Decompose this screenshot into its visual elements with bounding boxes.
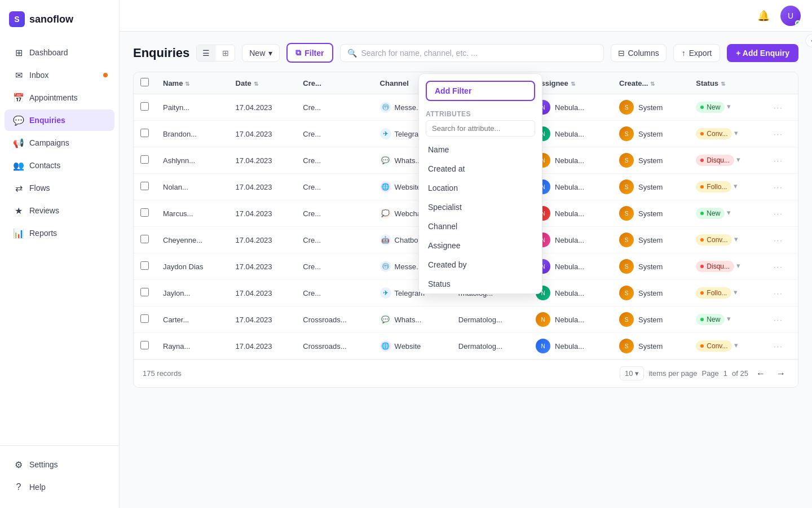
- status-dot: [700, 159, 704, 162]
- cell-name: Rayna...: [156, 333, 229, 360]
- cell-row-actions[interactable]: ···: [767, 94, 798, 121]
- row-checkbox-cell[interactable]: [134, 280, 156, 306]
- select-all-checkbox[interactable]: [140, 78, 149, 86]
- status-chevron-icon[interactable]: ▾: [734, 341, 738, 349]
- sidebar-item-flows[interactable]: ⇄ Flows: [5, 177, 114, 199]
- row-checkbox-cell[interactable]: [134, 306, 156, 333]
- new-dropdown[interactable]: New ▾: [242, 44, 280, 62]
- row-actions-button[interactable]: ···: [774, 342, 783, 351]
- row-checkbox-cell[interactable]: [134, 333, 156, 360]
- prev-page-button[interactable]: ←: [753, 367, 769, 380]
- export-button[interactable]: ↑ Export: [673, 44, 720, 62]
- cell-row-actions[interactable]: ···: [767, 121, 798, 147]
- row-checkbox[interactable]: [140, 235, 149, 243]
- status-badge: Follo...: [696, 181, 731, 192]
- row-checkbox-cell[interactable]: [134, 200, 156, 227]
- sidebar-item-reviews[interactable]: ★ Reviews: [5, 200, 114, 221]
- cell-date: 17.04.2023: [229, 253, 297, 280]
- attribute-item[interactable]: Assignee: [419, 236, 542, 255]
- status-chevron-icon[interactable]: ▾: [727, 102, 731, 111]
- status-chevron-icon[interactable]: ▾: [734, 288, 738, 296]
- row-checkbox[interactable]: [140, 182, 149, 190]
- sidebar-item-contacts[interactable]: 👥 Contacts: [5, 155, 114, 176]
- row-checkbox-cell[interactable]: [134, 94, 156, 121]
- col-date: Date⇅: [229, 72, 297, 94]
- status-badge: Disqu...: [696, 155, 734, 166]
- row-checkbox-cell[interactable]: [134, 227, 156, 253]
- row-actions-button[interactable]: ···: [774, 236, 783, 244]
- cell-row-actions[interactable]: ···: [767, 174, 798, 200]
- cell-row-actions[interactable]: ···: [767, 280, 798, 306]
- row-checkbox[interactable]: [140, 341, 149, 349]
- created-by-avatar: S: [619, 100, 634, 115]
- filter-button[interactable]: ⧉ Filter: [286, 43, 333, 63]
- cell-row-actions[interactable]: ···: [767, 200, 798, 227]
- status-chevron-icon[interactable]: ▾: [727, 314, 731, 323]
- row-actions-button[interactable]: ···: [774, 183, 783, 191]
- row-checkbox[interactable]: [140, 314, 149, 323]
- assignee-name: Nebula...: [555, 342, 584, 351]
- status-text: Disqu...: [707, 156, 730, 164]
- status-chevron-icon[interactable]: ▾: [734, 235, 738, 243]
- sidebar-item-settings[interactable]: ⚙ Settings: [5, 454, 114, 475]
- next-page-button[interactable]: →: [773, 367, 789, 380]
- cell-row-actions[interactable]: ···: [767, 333, 798, 360]
- created-by-name: System: [638, 183, 663, 191]
- row-checkbox[interactable]: [140, 261, 149, 270]
- row-checkbox-cell[interactable]: [134, 253, 156, 280]
- cell-row-actions[interactable]: ···: [767, 227, 798, 253]
- sidebar-item-reports[interactable]: 📊 Reports: [5, 222, 114, 244]
- row-actions-button[interactable]: ···: [774, 156, 783, 165]
- attribute-item[interactable]: Created at: [419, 159, 542, 178]
- row-actions-button[interactable]: ···: [774, 262, 783, 271]
- list-view-toggle[interactable]: ☰: [197, 45, 215, 61]
- status-chevron-icon[interactable]: ▾: [734, 129, 738, 137]
- attribute-item[interactable]: Status: [419, 274, 542, 294]
- columns-button[interactable]: ⊟ Columns: [611, 44, 667, 62]
- attribute-item[interactable]: Channel: [419, 217, 542, 236]
- attribute-item[interactable]: Specialist: [419, 198, 542, 217]
- status-chevron-icon[interactable]: ▾: [734, 182, 738, 190]
- row-checkbox-cell[interactable]: [134, 121, 156, 147]
- cell-row-actions[interactable]: ···: [767, 253, 798, 280]
- add-filter-button[interactable]: Add Filter: [426, 81, 535, 101]
- sidebar-item-help[interactable]: ? Help: [5, 476, 114, 498]
- logo: S sanoflow: [0, 0, 119, 36]
- sidebar-item-campaigns[interactable]: 📢 Campaigns: [5, 132, 114, 154]
- user-avatar[interactable]: U: [780, 6, 801, 26]
- status-chevron-icon[interactable]: ▾: [736, 261, 740, 270]
- row-checkbox-cell[interactable]: [134, 147, 156, 174]
- row-checkbox[interactable]: [140, 129, 149, 137]
- add-enquiry-button[interactable]: + Add Enquiry: [727, 44, 798, 62]
- attribute-search-input[interactable]: [426, 120, 535, 137]
- sidebar-item-dashboard[interactable]: ⊞ Dashboard: [5, 42, 114, 63]
- inbox-icon: ✉: [14, 70, 24, 80]
- row-actions-button[interactable]: ···: [774, 209, 783, 218]
- attribute-item[interactable]: Created by: [419, 255, 542, 274]
- row-actions-button[interactable]: ···: [774, 103, 783, 112]
- cell-row-actions[interactable]: ···: [767, 306, 798, 333]
- assignee-avatar: N: [536, 339, 550, 353]
- attribute-item[interactable]: Location: [419, 178, 542, 198]
- row-actions-button[interactable]: ···: [774, 316, 783, 324]
- sidebar-item-appointments[interactable]: 📅 Appointments: [5, 87, 114, 108]
- sidebar-item-enquiries[interactable]: 💬 Enquiries: [5, 110, 114, 131]
- cell-row-actions[interactable]: ···: [767, 147, 798, 174]
- row-checkbox[interactable]: [140, 155, 149, 164]
- row-checkbox-cell[interactable]: [134, 174, 156, 200]
- search-bar[interactable]: 🔍 Search for name, channel, etc. ...: [340, 44, 604, 62]
- status-chevron-icon[interactable]: ▾: [727, 208, 731, 217]
- per-page-select[interactable]: 10 ▾: [620, 366, 644, 380]
- status-chevron-icon[interactable]: ▾: [736, 155, 740, 164]
- attribute-item[interactable]: Name: [419, 140, 542, 159]
- row-checkbox[interactable]: [140, 102, 149, 111]
- notifications-button[interactable]: 🔔: [753, 6, 774, 26]
- row-actions-button[interactable]: ···: [774, 130, 783, 138]
- row-actions-button[interactable]: ···: [774, 289, 783, 297]
- row-checkbox[interactable]: [140, 288, 149, 296]
- grid-view-toggle[interactable]: ⊞: [217, 45, 235, 61]
- select-all-header[interactable]: [134, 72, 156, 94]
- status-dot: [700, 185, 704, 189]
- sidebar-item-inbox[interactable]: ✉ Inbox: [5, 64, 114, 86]
- row-checkbox[interactable]: [140, 208, 149, 217]
